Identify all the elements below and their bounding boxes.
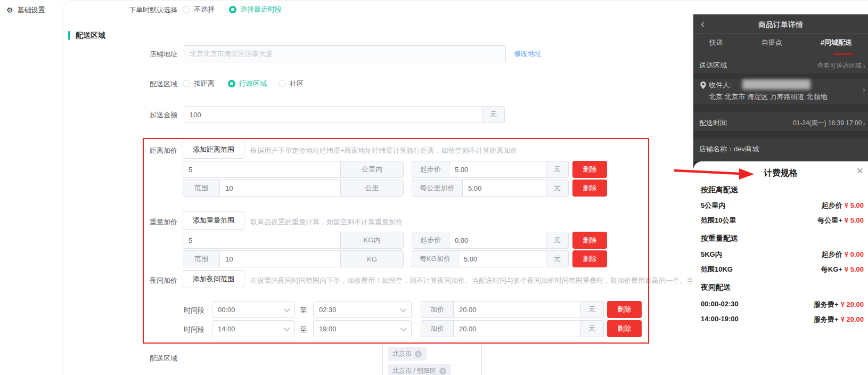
distance-row2-value-input[interactable] — [219, 180, 341, 197]
pricing-row-value: 每公里+¥ 5.00 — [817, 216, 864, 225]
pricing-row-label: 5KG内 — [701, 250, 722, 259]
delivery-time-value[interactable]: 01-24(周一) 16:39 17:00 › — [793, 119, 865, 128]
pricing-row-label: 00:00-02:30 — [701, 300, 739, 309]
weight-row1-delete-button[interactable]: 删除 — [572, 232, 607, 249]
delivery-region-tagbox[interactable]: 北京市 × 北京市 / 朝阳区 × — [382, 343, 482, 375]
night-row1-fee-input[interactable] — [453, 301, 581, 318]
radio-label: 行政区域 — [239, 79, 267, 88]
store-address-label: 店铺地址 — [103, 50, 177, 59]
tag-close-icon[interactable]: × — [439, 368, 446, 374]
chevron-down-icon — [283, 324, 290, 331]
distance-row2-fee-input[interactable] — [462, 180, 546, 197]
add-weight-range-button[interactable]: 添加重量范围 — [183, 211, 244, 230]
distance-row1-value-input[interactable] — [183, 161, 341, 178]
night-row2-to-select[interactable]: 19:00 — [313, 320, 412, 337]
delivery-time-label: 配送时间 — [699, 118, 727, 128]
weight-row1-value-input[interactable] — [183, 232, 341, 249]
tag-close-icon[interactable]: × — [415, 350, 422, 357]
add-distance-range-button[interactable]: 添加距离范围 — [183, 141, 244, 159]
distance-row2-prefix: 范围 — [183, 180, 220, 197]
weight-row2-fee-input[interactable] — [458, 250, 546, 267]
weight-row1-fee-input[interactable] — [449, 232, 546, 249]
tab-city-delivery[interactable]: #同城配送 — [821, 38, 852, 47]
weight-row1-unit: KG内 — [340, 232, 404, 249]
section-gap — [693, 74, 868, 79]
distance-row1-fee-input[interactable] — [449, 161, 546, 178]
radio-no-select[interactable]: 不选择 — [183, 5, 215, 14]
radio-label: 社区 — [290, 79, 304, 88]
night-row1-fee-unit: 元 — [580, 301, 604, 318]
radio-admin-region[interactable]: 行政区域 — [228, 79, 267, 88]
distance-surcharge-label: 距离加价 — [103, 146, 177, 156]
close-icon[interactable]: × — [856, 165, 863, 177]
night-hint: 在设置的夜间时间范围内下单，加收费用！如留空，则不计算夜间加价。当配送时间与多个… — [250, 276, 756, 286]
radio-circle-icon — [183, 6, 190, 13]
weight-hint: 取商品设置的重量计算，如留空则不计算重量加价 — [250, 217, 403, 227]
distance-row1-delete-button[interactable]: 删除 — [572, 161, 607, 178]
pricing-row: 14:00-19:00 服务费+¥ 20.00 — [701, 315, 864, 324]
tab-pickup[interactable]: 自提点 — [761, 38, 782, 47]
add-night-range-button[interactable]: 添加夜间范围 — [183, 270, 244, 288]
fee-amount: ¥ 5.00 — [845, 216, 864, 224]
distance-row2-delete-button[interactable]: 删除 — [572, 180, 607, 197]
weight-row2-unit: KG — [340, 250, 404, 267]
pricing-row-value: 每KG+¥ 5.00 — [821, 265, 864, 274]
sidebar: ⚙ 基础设置 — [0, 0, 63, 375]
select-value: 02:30 — [319, 306, 337, 314]
recipient-label: 收件人: — [709, 80, 732, 90]
store-address-group — [184, 45, 506, 62]
radio-circle-icon — [279, 80, 286, 87]
fee-amount: ¥ 20.00 — [841, 315, 864, 323]
night-row1-prefix: 时间段 — [184, 306, 204, 315]
fee-amount: ¥ 5.00 — [845, 265, 864, 273]
store-address-input[interactable] — [184, 45, 506, 62]
section-gap — [693, 104, 868, 112]
radio-community[interactable]: 社区 — [279, 79, 304, 88]
weight-row2-value-input[interactable] — [219, 250, 341, 267]
weight-row2-delete-button[interactable]: 删除 — [572, 250, 607, 267]
fee-label: 每公里+ — [817, 216, 842, 224]
pricing-row-value: 起步价¥ 5.00 — [822, 201, 864, 210]
weight-row2-prefix: 范围 — [183, 250, 220, 267]
fee-amount: ¥ 5.00 — [845, 201, 864, 209]
recipient-address: 北京 北京市 海淀区 万寿路街道 北领地 — [709, 92, 827, 102]
distance-hint: 根据用户下单定位地址经纬度+商家地址经纬度计算骑行距离，如留空则不计算距离加价 — [250, 146, 518, 156]
region-tag-label: 北京市 — [392, 349, 412, 358]
fee-amount: ¥ 20.00 — [841, 300, 864, 308]
sidebar-item-basic-settings[interactable]: ⚙ 基础设置 — [0, 0, 63, 15]
chevron-right-icon: › — [863, 85, 865, 94]
fee-amount: ¥ 0.00 — [845, 250, 864, 258]
tab-express[interactable]: 快递 — [709, 38, 723, 47]
distance-row2-fee-label: 每公里加价 — [412, 180, 463, 197]
recipient-chevron[interactable]: › — [863, 85, 865, 94]
night-row1-delete-button[interactable]: 删除 — [607, 301, 642, 318]
min-order-unit: 元 — [482, 106, 505, 123]
weight-row2-range-group: 范围 KG — [183, 250, 404, 267]
night-row2-fee-input[interactable] — [453, 320, 581, 337]
change-address-link[interactable]: 修改地址 — [514, 49, 542, 59]
view-deliverable-area-link[interactable]: 查看可送达区域 › — [817, 61, 865, 70]
distance-row2-fee-group: 每公里加价 元 — [412, 180, 569, 197]
delivery-region-label: 配送区域 — [103, 354, 177, 363]
radio-recent-period[interactable]: 选择最近时段 — [229, 5, 282, 14]
phone-tabs: 快递 自提点 #同城配送 — [693, 38, 868, 47]
region-tag[interactable]: 北京市 / 朝阳区 × — [388, 364, 451, 375]
pricing-section-heading: 按重量配送 — [701, 234, 738, 243]
radio-label: 选择最近时段 — [240, 5, 282, 14]
min-order-group: 元 — [184, 106, 505, 123]
sidebar-item-label: 基础设置 — [18, 5, 45, 15]
weight-row2-fee-label: 每KG加价 — [412, 250, 458, 267]
night-row1-to-select[interactable]: 02:30 — [313, 301, 412, 318]
region-tag[interactable]: 北京市 × — [388, 347, 427, 361]
radio-by-distance[interactable]: 按距离 — [183, 79, 215, 88]
phone-preview: ‹ 商品订单详情 快递 自提点 #同城配送 送达区域 查看可送达区域 › 收件人… — [693, 14, 868, 161]
night-row2-delete-button[interactable]: 删除 — [607, 320, 642, 337]
min-order-input[interactable] — [184, 106, 482, 123]
night-row2-from-select[interactable]: 14:00 — [212, 320, 295, 337]
fee-label: 服务费+ — [814, 315, 839, 323]
active-tab-underline — [833, 53, 854, 55]
night-row1-to-label: 至 — [300, 306, 307, 315]
pricing-row: 范围10公里 每公里+¥ 5.00 — [701, 216, 864, 225]
gear-icon: ⚙ — [6, 6, 13, 14]
night-row1-from-select[interactable]: 00:00 — [212, 301, 295, 318]
